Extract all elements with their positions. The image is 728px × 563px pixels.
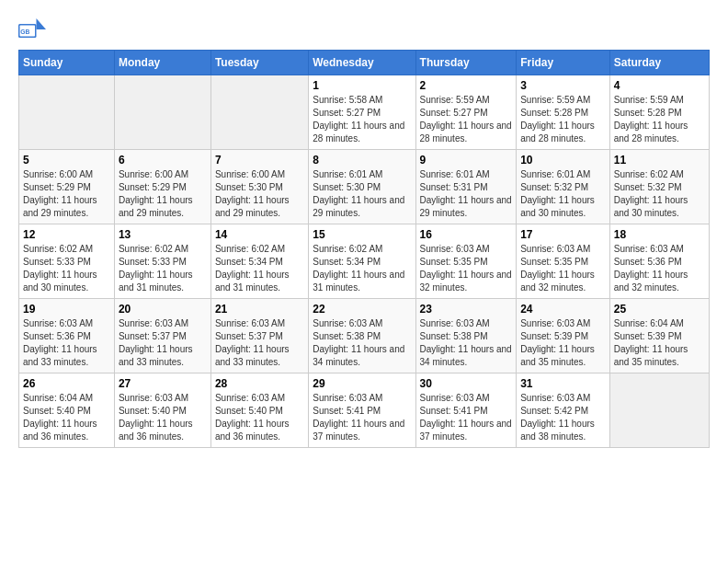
day-number: 26 <box>23 377 110 390</box>
day-info: Sunrise: 6:00 AMSunset: 5:29 PMDaylight:… <box>119 168 207 220</box>
day-info: Sunrise: 5:59 AMSunset: 5:27 PMDaylight:… <box>420 94 513 145</box>
day-number: 23 <box>420 303 513 316</box>
weekday-header-saturday: Saturday <box>609 51 709 75</box>
weekday-header-friday: Friday <box>517 51 610 75</box>
calendar-body: 1 Sunrise: 5:58 AMSunset: 5:27 PMDayligh… <box>19 75 710 448</box>
day-number: 25 <box>614 303 705 316</box>
calendar-week-2: 5 Sunrise: 6:00 AMSunset: 5:29 PMDayligh… <box>19 150 710 224</box>
calendar-cell: 23 Sunrise: 6:03 AMSunset: 5:38 PMDaylig… <box>415 299 517 373</box>
day-number: 15 <box>313 228 411 241</box>
calendar-cell: 25 Sunrise: 6:04 AMSunset: 5:39 PMDaylig… <box>609 299 709 373</box>
calendar-cell: 30 Sunrise: 6:03 AMSunset: 5:41 PMDaylig… <box>415 373 517 448</box>
calendar-cell: 4 Sunrise: 5:59 AMSunset: 5:28 PMDayligh… <box>609 75 709 150</box>
svg-text:GB: GB <box>20 29 29 35</box>
day-info: Sunrise: 6:03 AMSunset: 5:36 PMDaylight:… <box>23 317 110 369</box>
day-info: Sunrise: 6:04 AMSunset: 5:40 PMDaylight:… <box>23 392 110 443</box>
day-number: 29 <box>313 377 411 390</box>
calendar-cell: 29 Sunrise: 6:03 AMSunset: 5:41 PMDaylig… <box>309 373 415 448</box>
calendar-cell: 24 Sunrise: 6:03 AMSunset: 5:39 PMDaylig… <box>517 299 610 373</box>
day-number: 1 <box>313 79 411 92</box>
day-info: Sunrise: 6:00 AMSunset: 5:30 PMDaylight:… <box>215 168 304 220</box>
day-number: 8 <box>313 154 411 167</box>
day-info: Sunrise: 6:03 AMSunset: 5:38 PMDaylight:… <box>313 317 411 369</box>
day-info: Sunrise: 5:58 AMSunset: 5:27 PMDaylight:… <box>313 94 411 145</box>
day-info: Sunrise: 6:04 AMSunset: 5:39 PMDaylight:… <box>614 317 705 369</box>
weekday-header-monday: Monday <box>114 51 210 75</box>
day-number: 24 <box>520 303 606 316</box>
weekday-header-tuesday: Tuesday <box>210 51 308 75</box>
day-number: 19 <box>23 303 110 316</box>
calendar-cell: 5 Sunrise: 6:00 AMSunset: 5:29 PMDayligh… <box>19 150 115 224</box>
calendar-cell: 31 Sunrise: 6:03 AMSunset: 5:42 PMDaylig… <box>517 373 610 448</box>
header: GB <box>18 18 710 40</box>
calendar-cell: 16 Sunrise: 6:03 AMSunset: 5:35 PMDaylig… <box>415 224 517 299</box>
day-info: Sunrise: 6:03 AMSunset: 5:39 PMDaylight:… <box>520 317 606 369</box>
calendar-cell <box>114 75 210 150</box>
day-info: Sunrise: 6:02 AMSunset: 5:34 PMDaylight:… <box>215 243 304 294</box>
day-number: 30 <box>420 377 513 390</box>
day-number: 28 <box>215 377 304 390</box>
day-info: Sunrise: 6:02 AMSunset: 5:34 PMDaylight:… <box>313 243 411 294</box>
day-number: 9 <box>420 154 513 167</box>
calendar-cell: 2 Sunrise: 5:59 AMSunset: 5:27 PMDayligh… <box>415 75 517 150</box>
day-number: 18 <box>614 228 705 241</box>
day-number: 13 <box>119 228 207 241</box>
day-number: 6 <box>119 154 207 167</box>
day-info: Sunrise: 6:03 AMSunset: 5:41 PMDaylight:… <box>420 392 513 443</box>
calendar-cell: 22 Sunrise: 6:03 AMSunset: 5:38 PMDaylig… <box>309 299 415 373</box>
calendar-week-3: 12 Sunrise: 6:02 AMSunset: 5:33 PMDaylig… <box>19 224 710 299</box>
calendar-cell: 17 Sunrise: 6:03 AMSunset: 5:35 PMDaylig… <box>517 224 610 299</box>
general-blue-icon: GB <box>18 18 46 40</box>
weekday-row: SundayMondayTuesdayWednesdayThursdayFrid… <box>19 51 710 75</box>
day-number: 20 <box>119 303 207 316</box>
day-info: Sunrise: 6:02 AMSunset: 5:33 PMDaylight:… <box>119 243 207 294</box>
calendar-cell <box>210 75 308 150</box>
calendar-cell: 7 Sunrise: 6:00 AMSunset: 5:30 PMDayligh… <box>210 150 308 224</box>
calendar-cell: 15 Sunrise: 6:02 AMSunset: 5:34 PMDaylig… <box>309 224 415 299</box>
day-number: 27 <box>119 377 207 390</box>
calendar-cell: 9 Sunrise: 6:01 AMSunset: 5:31 PMDayligh… <box>415 150 517 224</box>
day-number: 10 <box>520 154 606 167</box>
calendar-cell: 28 Sunrise: 6:03 AMSunset: 5:40 PMDaylig… <box>210 373 308 448</box>
calendar-cell: 13 Sunrise: 6:02 AMSunset: 5:33 PMDaylig… <box>114 224 210 299</box>
weekday-header-sunday: Sunday <box>19 51 115 75</box>
day-number: 14 <box>215 228 304 241</box>
day-info: Sunrise: 6:03 AMSunset: 5:42 PMDaylight:… <box>520 392 606 443</box>
calendar-cell: 27 Sunrise: 6:03 AMSunset: 5:40 PMDaylig… <box>114 373 210 448</box>
calendar-cell: 18 Sunrise: 6:03 AMSunset: 5:36 PMDaylig… <box>609 224 709 299</box>
day-number: 4 <box>614 79 705 92</box>
day-number: 2 <box>420 79 513 92</box>
day-info: Sunrise: 6:01 AMSunset: 5:32 PMDaylight:… <box>520 168 606 220</box>
day-number: 22 <box>313 303 411 316</box>
calendar-cell <box>19 75 115 150</box>
calendar-cell: 21 Sunrise: 6:03 AMSunset: 5:37 PMDaylig… <box>210 299 308 373</box>
day-info: Sunrise: 6:03 AMSunset: 5:35 PMDaylight:… <box>520 243 606 294</box>
day-info: Sunrise: 6:01 AMSunset: 5:31 PMDaylight:… <box>420 168 513 220</box>
day-info: Sunrise: 6:02 AMSunset: 5:33 PMDaylight:… <box>23 243 110 294</box>
calendar-week-4: 19 Sunrise: 6:03 AMSunset: 5:36 PMDaylig… <box>19 299 710 373</box>
calendar-cell: 12 Sunrise: 6:02 AMSunset: 5:33 PMDaylig… <box>19 224 115 299</box>
day-info: Sunrise: 6:03 AMSunset: 5:37 PMDaylight:… <box>215 317 304 369</box>
calendar-week-5: 26 Sunrise: 6:04 AMSunset: 5:40 PMDaylig… <box>19 373 710 448</box>
day-info: Sunrise: 6:03 AMSunset: 5:40 PMDaylight:… <box>215 392 304 443</box>
day-info: Sunrise: 6:03 AMSunset: 5:37 PMDaylight:… <box>119 317 207 369</box>
logo: GB <box>18 18 50 40</box>
day-number: 3 <box>520 79 606 92</box>
calendar-cell: 1 Sunrise: 5:58 AMSunset: 5:27 PMDayligh… <box>309 75 415 150</box>
day-number: 5 <box>23 154 110 167</box>
calendar-cell: 26 Sunrise: 6:04 AMSunset: 5:40 PMDaylig… <box>19 373 115 448</box>
weekday-header-wednesday: Wednesday <box>309 51 415 75</box>
calendar-cell: 14 Sunrise: 6:02 AMSunset: 5:34 PMDaylig… <box>210 224 308 299</box>
day-number: 16 <box>420 228 513 241</box>
calendar-week-1: 1 Sunrise: 5:58 AMSunset: 5:27 PMDayligh… <box>19 75 710 150</box>
day-info: Sunrise: 5:59 AMSunset: 5:28 PMDaylight:… <box>614 94 705 145</box>
day-info: Sunrise: 6:02 AMSunset: 5:32 PMDaylight:… <box>614 168 705 220</box>
day-number: 21 <box>215 303 304 316</box>
calendar-cell: 10 Sunrise: 6:01 AMSunset: 5:32 PMDaylig… <box>517 150 610 224</box>
day-info: Sunrise: 6:00 AMSunset: 5:29 PMDaylight:… <box>23 168 110 220</box>
calendar-cell: 19 Sunrise: 6:03 AMSunset: 5:36 PMDaylig… <box>19 299 115 373</box>
day-number: 31 <box>520 377 606 390</box>
calendar-cell: 6 Sunrise: 6:00 AMSunset: 5:29 PMDayligh… <box>114 150 210 224</box>
day-number: 12 <box>23 228 110 241</box>
day-number: 17 <box>520 228 606 241</box>
